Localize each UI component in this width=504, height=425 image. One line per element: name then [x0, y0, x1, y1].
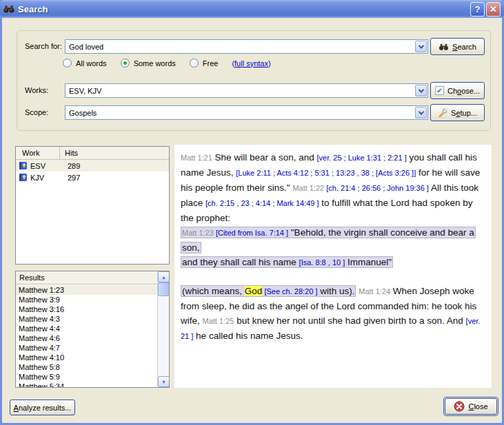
table-row[interactable]: ESV289: [16, 160, 169, 172]
search-input-value: God loved: [69, 43, 103, 51]
verse-text: and they shall call his name: [182, 257, 299, 267]
list-item[interactable]: Matthew 3:16: [16, 304, 157, 314]
cross-reference[interactable]: [Isa. 8:8 , 10 ]: [299, 258, 345, 267]
chevron-down-icon: [418, 87, 423, 92]
verse-text: with us).: [317, 286, 354, 296]
work-name: KJV: [30, 174, 63, 182]
book-icon: [19, 173, 28, 182]
list-item[interactable]: Matthew 4:4: [16, 324, 157, 333]
wrench-icon: [438, 108, 447, 118]
hits-table: Work Hits ESV289KJV297: [15, 146, 170, 265]
scrollbar-thumb[interactable]: [158, 282, 170, 296]
column-hits[interactable]: Hits: [60, 149, 78, 157]
selected-verse-highlight: and they shall call his name [Isa. 8:8 ,…: [181, 256, 393, 268]
cross-reference[interactable]: [See ch. 28:20 ]: [262, 287, 317, 296]
scope-select[interactable]: Gospels: [65, 105, 428, 120]
analyze-results-button[interactable]: Analyze results...: [10, 400, 75, 415]
works-dropdown-arrow[interactable]: [415, 85, 427, 96]
verse-label: Matt 1:21: [181, 154, 212, 162]
list-item[interactable]: Matthew 3:9: [16, 295, 157, 304]
binoculars-icon: [3, 4, 14, 14]
passage-paragraph: Matt 1:21 She will bear a son, and [ver.…: [181, 150, 485, 225]
hit-count: 289: [63, 162, 80, 170]
close-button-label: Close: [468, 402, 487, 411]
close-icon: [454, 401, 465, 412]
hits-rows: ESV289KJV297: [16, 160, 169, 183]
titlebar-close-button[interactable]: ✕: [486, 2, 501, 17]
chevron-down-icon: [418, 109, 423, 114]
titlebar[interactable]: Search ? ✕: [0, 0, 504, 18]
mode-radios: (full syntax) All wordsSome wordsFree: [63, 59, 271, 68]
scope-label: Scope:: [25, 108, 48, 116]
scope-value: Gospels: [69, 109, 97, 117]
passage-paragraph: and they shall call his name [Isa. 8:8 ,…: [181, 255, 485, 270]
cross-reference[interactable]: [ch. 2:15 , 23 ; 4:14 ; Mark 14:49 ]: [205, 199, 319, 207]
results-list: Matthew 1:23Matthew 3:9Matthew 3:16Matth…: [16, 285, 157, 387]
works-label: Works:: [25, 86, 48, 94]
list-item[interactable]: Matthew 5:8: [16, 362, 157, 372]
passage-paragraph: (which means, God [See ch. 28:20 ] with …: [181, 284, 485, 344]
cross-reference[interactable]: [ch. 21:4 ; 26:56 ; John 19:36 ]: [324, 184, 429, 192]
results-panel: Results Matthew 1:23Matthew 3:9Matthew 3…: [15, 271, 170, 388]
verse-text: but knew her not until she had given bir…: [234, 315, 465, 326]
results-scrollbar[interactable]: ▲ ▼: [157, 271, 169, 387]
binoculars-icon: [439, 43, 449, 51]
search-input[interactable]: God loved: [65, 39, 428, 54]
search-dropdown-arrow[interactable]: [415, 41, 427, 52]
cross-reference[interactable]: [ver. 25 ; Luke 1:31 ; 2:21 ]: [316, 154, 406, 162]
list-item[interactable]: Matthew 4:7: [16, 343, 157, 353]
list-item[interactable]: Matthew 5:34: [16, 382, 157, 387]
verse-label: Matt 1:25: [203, 317, 234, 325]
search-for-label: Search for:: [25, 42, 62, 50]
cross-reference[interactable]: [Luke 2:11 ; Acts 4:12 ; 5:31 ; 13:23 , …: [236, 169, 416, 177]
mode-radio-free[interactable]: Free: [190, 59, 219, 68]
search-hit: God: [245, 286, 263, 296]
works-select[interactable]: ESV, KJV: [65, 83, 428, 98]
list-item[interactable]: Matthew 1:23: [16, 285, 157, 295]
verse-text: he called his name Jesus.: [193, 331, 303, 341]
results-header: Results: [16, 271, 157, 284]
selected-verse-highlight: (which means, God [See ch. 28:20 ] with …: [181, 285, 356, 297]
list-item[interactable]: Matthew 4:6: [16, 333, 157, 343]
column-work[interactable]: Work: [16, 147, 60, 159]
dialog-body: Search for: God loved Search (full synta…: [2, 18, 502, 423]
passage-segment: Matt 1:21 She will bear a son, and [ver.…: [181, 152, 480, 223]
radio-icon[interactable]: [190, 59, 199, 68]
list-item[interactable]: Matthew 4:10: [16, 353, 157, 362]
works-value: ESV, KJV: [69, 87, 101, 95]
work-name: ESV: [30, 162, 63, 170]
analyze-button-label: Analyze results...: [14, 404, 72, 412]
verse-text: She will bear a son, and: [212, 152, 317, 163]
hit-count: 297: [63, 174, 80, 182]
verse-text: (which means,: [182, 286, 245, 296]
mode-radio-some-words[interactable]: Some words: [121, 59, 176, 68]
setup-button-label: Setup...: [451, 109, 477, 117]
full-syntax-link[interactable]: (full syntax): [232, 59, 270, 68]
list-item[interactable]: Matthew 4:3: [16, 314, 157, 324]
search-button-label: Search: [452, 43, 476, 51]
verse-label: Matt 1:23: [182, 229, 214, 237]
list-item[interactable]: Matthew 5:9: [16, 372, 157, 382]
search-button[interactable]: Search: [430, 38, 485, 55]
table-row[interactable]: KJV297: [16, 172, 169, 183]
chevron-down-icon: [418, 43, 423, 48]
choose-button[interactable]: ✔ Choose...: [430, 82, 485, 99]
checkmark-icon: ✔: [435, 86, 444, 95]
passage-paragraph: Matt 1:23 [Cited from Isa. 7:14 ] "Behol…: [181, 225, 485, 255]
verse-text: Immanuel": [345, 257, 392, 267]
scroll-down-button[interactable]: ▼: [158, 376, 170, 387]
search-dialog: Search ? ✕ Search for: God loved Search …: [0, 0, 504, 425]
radio-icon[interactable]: [63, 59, 72, 68]
mode-radio-all-words[interactable]: All words: [63, 59, 107, 68]
close-button[interactable]: Close: [445, 398, 497, 415]
book-icon: [19, 161, 28, 170]
radio-icon[interactable]: [121, 59, 130, 68]
hits-table-header[interactable]: Work Hits: [16, 147, 169, 160]
help-button[interactable]: ?: [470, 2, 485, 17]
setup-button[interactable]: Setup...: [430, 104, 485, 121]
radio-label: Free: [203, 59, 219, 68]
passage-text: Matt 1:21 She will bear a son, and [ver.…: [174, 145, 492, 388]
cross-reference[interactable]: [Cited from Isa. 7:14 ]: [214, 229, 288, 237]
scope-dropdown-arrow[interactable]: [415, 107, 427, 118]
scroll-up-button[interactable]: ▲: [158, 271, 170, 282]
